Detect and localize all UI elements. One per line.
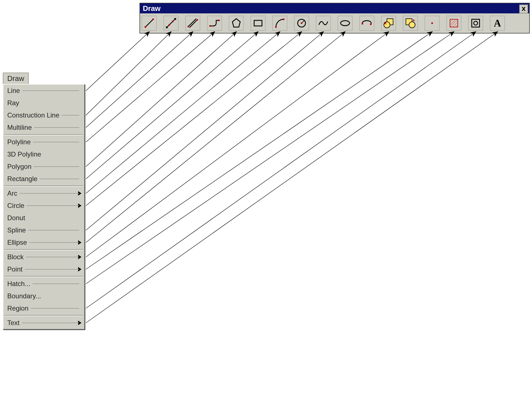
svg-line-37: [86, 32, 149, 91]
svg-line-43: [86, 32, 215, 142]
ellipse-icon[interactable]: [338, 16, 353, 31]
menu-item-label: Circle: [7, 202, 24, 210]
svg-line-41: [86, 32, 193, 128]
menu-item-label: Arc: [7, 189, 17, 197]
spline-icon[interactable]: [316, 16, 331, 31]
rectangle-icon[interactable]: [251, 16, 266, 31]
svg-point-15: [283, 18, 285, 20]
menu-item-3d-polyline[interactable]: 3D Polyline: [3, 148, 84, 160]
svg-point-8: [187, 26, 189, 27]
menu-item-label: Multiline: [7, 124, 32, 131]
svg-line-65: [86, 32, 497, 323]
menu-item-circle[interactable]: Circle: [3, 200, 84, 212]
point-icon[interactable]: [425, 16, 440, 31]
menu-separator: [4, 315, 83, 316]
svg-line-49: [86, 32, 280, 193]
menu-item-label: Point: [7, 265, 23, 273]
menu-item-label: Ray: [7, 99, 19, 107]
menu-item-polyline[interactable]: Polyline: [3, 136, 84, 148]
menu-item-construction-line[interactable]: Construction Line: [3, 109, 84, 121]
svg-point-4: [168, 24, 170, 26]
svg-point-21: [370, 23, 372, 25]
menu-body: LineRayConstruction LineMultilinePolylin…: [3, 84, 85, 330]
svg-line-0: [145, 19, 153, 27]
polygon-icon[interactable]: [229, 16, 244, 31]
svg-point-18: [301, 22, 302, 24]
svg-point-25: [409, 22, 415, 28]
menu-item-arc[interactable]: Arc: [3, 187, 84, 200]
ellipse-arc-icon[interactable]: [359, 16, 374, 31]
menu-item-ray[interactable]: Ray: [3, 97, 84, 109]
circle-icon[interactable]: [294, 16, 309, 31]
polyline-icon[interactable]: [207, 16, 222, 31]
menu-tab-draw[interactable]: Draw: [3, 73, 29, 84]
toolbar-body: A: [140, 13, 529, 33]
svg-point-10: [209, 25, 211, 27]
make-block-icon[interactable]: [403, 16, 418, 31]
insert-block-icon[interactable]: [381, 16, 396, 31]
menu-item-label: Polyline: [7, 138, 31, 146]
text-icon[interactable]: A: [490, 16, 505, 31]
menu-item-boundary[interactable]: Boundary...: [3, 290, 84, 302]
svg-point-5: [172, 21, 174, 22]
submenu-arrow-icon: [78, 255, 81, 259]
menu-separator: [4, 186, 83, 187]
menu-item-spline[interactable]: Spline: [3, 224, 84, 236]
arc-icon[interactable]: [272, 16, 287, 31]
svg-line-28: [450, 19, 453, 22]
submenu-arrow-icon: [78, 191, 81, 196]
svg-point-11: [218, 20, 220, 21]
svg-point-1: [145, 26, 146, 28]
menu-item-polygon[interactable]: Polygon: [3, 160, 84, 173]
menu-item-hatch[interactable]: Hatch...: [3, 278, 84, 290]
submenu-arrow-icon: [78, 321, 81, 325]
svg-point-9: [196, 19, 198, 21]
svg-point-19: [341, 21, 350, 26]
svg-rect-13: [254, 20, 262, 26]
menu-item-label: Line: [7, 87, 20, 95]
close-icon[interactable]: x: [519, 4, 528, 13]
submenu-arrow-icon: [78, 240, 81, 245]
svg-line-53: [86, 32, 323, 230]
draw-menu: Draw LineRayConstruction LineMultilinePo…: [3, 73, 85, 330]
menu-tab-label: Draw: [7, 74, 24, 83]
menu-separator: [4, 134, 83, 135]
svg-line-55: [86, 32, 345, 242]
svg-text:A: A: [494, 18, 501, 29]
menu-item-multiline[interactable]: Multiline: [3, 121, 84, 134]
svg-line-39: [86, 32, 171, 115]
menu-item-label: Region: [7, 304, 28, 312]
svg-line-59: [86, 32, 432, 269]
svg-line-3: [166, 18, 176, 28]
construction-line-icon[interactable]: [163, 16, 179, 31]
menu-item-ellipse[interactable]: Ellipse: [3, 236, 84, 249]
region-icon[interactable]: [468, 16, 483, 31]
menu-item-label: Polygon: [7, 163, 32, 171]
svg-line-29: [450, 19, 456, 25]
menu-item-rectangle[interactable]: Rectangle: [3, 173, 84, 185]
menu-item-donut[interactable]: Donut: [3, 212, 84, 224]
menu-item-text[interactable]: Text: [3, 317, 84, 329]
menu-item-label: Block: [7, 253, 24, 261]
menu-separator: [4, 249, 83, 250]
svg-line-31: [453, 22, 458, 27]
menu-item-label: Spline: [7, 226, 26, 234]
svg-line-61: [86, 32, 454, 284]
draw-toolbar: Draw x A: [139, 3, 530, 33]
hatch-icon[interactable]: [446, 16, 461, 31]
menu-item-point[interactable]: Point: [3, 263, 84, 275]
line-icon[interactable]: [142, 16, 157, 31]
svg-point-34: [474, 21, 478, 25]
menu-item-label: Ellipse: [7, 239, 27, 246]
menu-item-line[interactable]: Line: [3, 85, 84, 97]
menu-item-region[interactable]: Region: [3, 302, 84, 314]
svg-point-26: [431, 22, 433, 24]
menu-separator: [4, 276, 83, 277]
multiline-icon[interactable]: [185, 16, 200, 31]
menu-item-block[interactable]: Block: [3, 251, 84, 263]
svg-marker-12: [232, 19, 240, 27]
svg-line-32: [456, 25, 458, 27]
toolbar-titlebar[interactable]: Draw x: [140, 3, 529, 13]
menu-item-label: Text: [7, 319, 20, 327]
menu-item-label: 3D Polyline: [7, 150, 41, 158]
